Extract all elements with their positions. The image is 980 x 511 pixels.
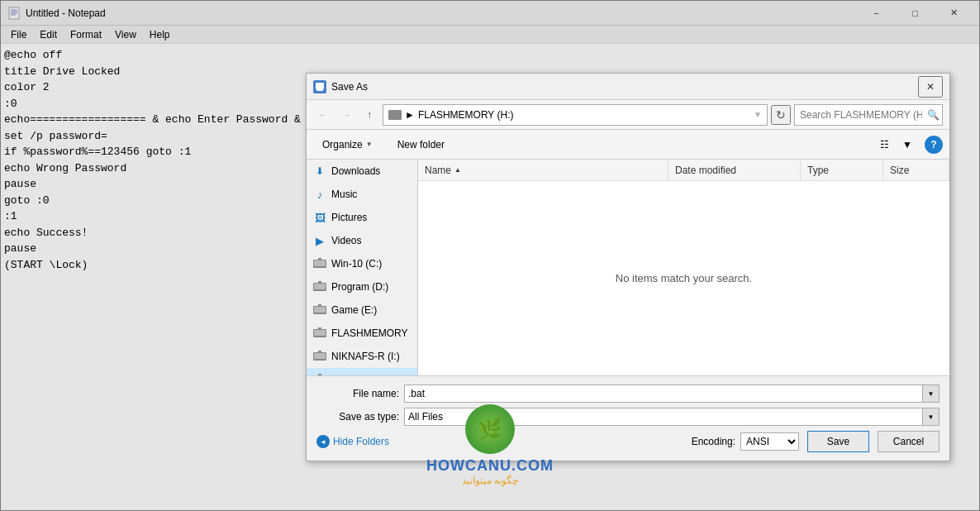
drive-e-icon [313,303,326,317]
dialog-title-icon [313,80,326,93]
svg-rect-7 [316,89,323,91]
svg-rect-12 [314,284,326,289]
empty-message: No items match your search. [616,272,752,284]
sidebar-item-label: Music [331,189,357,200]
drive-icon [388,110,402,120]
dialog-overlay: Save As ✕ ← → ↑ ► FLASHMEMORY (H:) ▼ ↻ 🔍… [0,0,980,511]
svg-rect-18 [314,330,326,336]
breadcrumb-separator: ► [405,109,415,121]
breadcrumb-path: FLASHMEMORY (H:) [418,109,514,121]
music-icon: ♪ [313,188,326,201]
dialog-main: ⬇ Downloads ♪ Music 🖼 Pictures ▶ Videos [307,160,949,375]
sidebar-item-label: NIKNAFS-R (I:) [331,351,400,362]
save-as-dialog: Save As ✕ ← → ↑ ► FLASHMEMORY (H:) ▼ ↻ 🔍… [306,73,950,461]
address-breadcrumb[interactable]: ► FLASHMEMORY (H:) ▼ [383,104,768,126]
dialog-addressbar: ← → ↑ ► FLASHMEMORY (H:) ▼ ↻ 🔍 [307,100,949,130]
svg-rect-13 [318,281,321,284]
sidebar-item-label: FLASHMEMORY ( [331,374,414,375]
search-icon: 🔍 [927,109,940,121]
sidebar-item-label: FLASHMEMORY [331,327,407,339]
view-dropdown-button[interactable]: ▼ [897,134,918,155]
encoding-select[interactable]: ANSI UTF-8 Unicode [740,432,799,451]
svg-rect-15 [314,307,326,313]
sidebar-item-label: Game (E:) [331,304,377,316]
videos-icon: ▶ [313,234,326,247]
dialog-bottom-row: ◄ Hide Folders Encoding: ANSI UTF-8 Unic… [316,431,940,452]
filename-dropdown-button[interactable]: ▼ [923,384,940,403]
savetype-row: Save as type: ▼ [316,408,940,426]
filename-row: File name: ▼ [316,384,940,403]
col-header-name[interactable]: Name ▲ [418,160,668,180]
sidebar-item-win10[interactable]: Win-10 (C:) [307,252,417,275]
sidebar-item-game-e[interactable]: Game (E:) [307,298,417,322]
svg-rect-10 [318,258,321,260]
sidebar-item-label: Program (D:) [331,281,388,293]
sidebar-item-flashmemory-active[interactable]: FLASHMEMORY ( [307,368,417,375]
dialog-titlebar: Save As ✕ [307,74,949,100]
dialog-sidebar: ⬇ Downloads ♪ Music 🖼 Pictures ▶ Videos [307,160,418,375]
new-folder-label: New folder [397,139,445,150]
drive-d-icon [313,280,326,294]
svg-rect-21 [314,353,326,359]
organize-chevron-icon: ▼ [366,141,373,148]
col-type-label: Type [807,165,829,176]
sidebar-item-program-d[interactable]: Program (D:) [307,275,417,298]
svg-rect-19 [318,327,321,330]
col-name-label: Name [425,165,451,176]
organize-label: Organize [322,139,363,150]
save-button[interactable]: Save [807,431,869,452]
col-size-label: Size [890,165,909,176]
search-input[interactable] [794,104,943,126]
sidebar-item-downloads[interactable]: ⬇ Downloads [307,160,417,183]
svg-rect-16 [318,304,321,307]
sidebar-item-videos[interactable]: ▶ Videos [307,229,417,252]
hide-folders-icon: ◄ [316,435,330,448]
organize-button[interactable]: Organize ▼ [313,134,382,155]
encoding-label: Encoding: [692,436,735,447]
cancel-button[interactable]: Cancel [878,431,940,452]
back-button[interactable]: ← [313,105,333,125]
view-toggle-button[interactable]: ☷ [873,134,895,155]
up-button[interactable]: ↑ [359,105,379,125]
savetype-dropdown-button[interactable]: ▼ [923,408,940,426]
col-header-type[interactable]: Type [801,160,883,180]
svg-rect-9 [314,260,326,266]
sort-arrow-icon: ▲ [454,166,461,174]
drive-niknafs-icon [313,350,326,363]
dialog-close-button[interactable]: ✕ [918,76,943,98]
sidebar-item-flashmemory[interactable]: FLASHMEMORY [307,322,417,345]
savetype-label: Save as type: [316,411,399,423]
col-header-date[interactable]: Date modified [668,160,801,180]
breadcrumb-dropdown-arrow: ▼ [754,110,762,119]
refresh-button[interactable]: ↻ [771,105,791,125]
drive-flash-icon [313,327,326,340]
new-folder-button[interactable]: New folder [388,134,454,155]
svg-rect-22 [318,351,321,353]
sidebar-item-label: Videos [331,235,361,246]
encoding-and-buttons: Encoding: ANSI UTF-8 Unicode Save Cancel [692,431,940,452]
view-options: ☷ ▼ [873,134,918,155]
dialog-title-text: Save As [331,81,918,93]
sidebar-item-label: Pictures [331,212,367,223]
filelist-body: No items match your search. [418,181,949,375]
hide-folders-button[interactable]: ◄ Hide Folders [316,435,389,448]
search-container: 🔍 [794,104,943,126]
sidebar-item-label: Win-10 (C:) [331,258,382,270]
svg-rect-25 [318,374,321,375]
forward-button[interactable]: → [336,105,356,125]
filename-input[interactable] [404,384,923,403]
help-button[interactable]: ? [925,136,943,154]
sidebar-item-niknafs[interactable]: NIKNAFS-R (I:) [307,345,417,368]
encoding-container: Encoding: ANSI UTF-8 Unicode [692,432,799,451]
col-header-size[interactable]: Size [883,160,949,180]
dialog-bottom: File name: ▼ Save as type: ▼ ◄ Hide Fold… [307,375,949,461]
sidebar-item-music[interactable]: ♪ Music [307,183,417,206]
filelist-header: Name ▲ Date modified Type Size [418,160,949,181]
drive-c-icon [313,257,326,270]
col-date-label: Date modified [675,165,736,176]
sidebar-item-pictures[interactable]: 🖼 Pictures [307,206,417,229]
savetype-input[interactable] [404,408,923,426]
dialog-filelist: Name ▲ Date modified Type Size No items … [418,160,949,375]
sidebar-item-label: Downloads [331,165,380,177]
hide-folders-label: Hide Folders [333,436,389,447]
